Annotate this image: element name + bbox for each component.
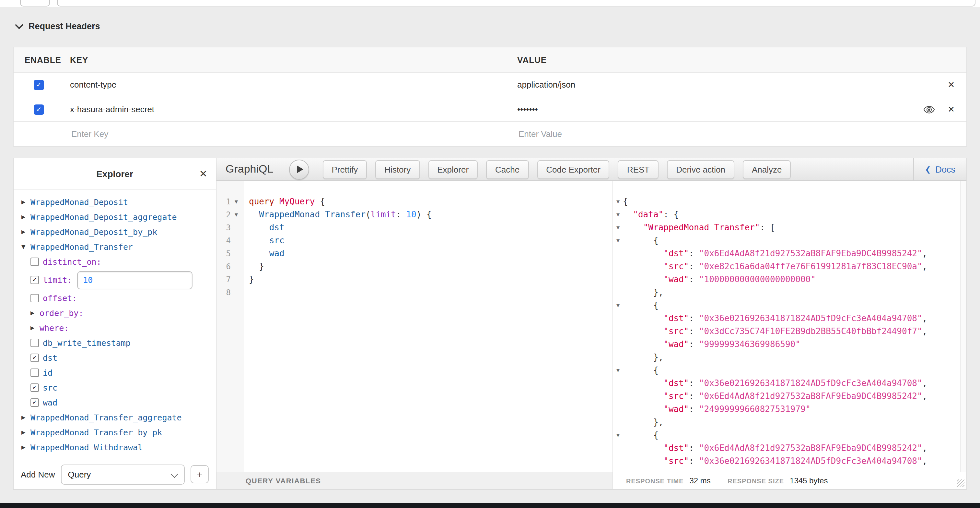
- header-value: application/json: [517, 80, 948, 89]
- code-token: [249, 249, 269, 258]
- response-code: { "data": { "WrappedMonad_Transfer": [ {…: [623, 181, 966, 472]
- remove-header-icon[interactable]: ✕: [948, 80, 955, 89]
- add-new-button[interactable]: +: [191, 465, 209, 483]
- query-editor[interactable]: 1▾2▾345678 query MyQuery { WrappedMonad_…: [216, 181, 612, 472]
- bottom-dark-bar: [0, 503, 980, 508]
- top-partial-input-small[interactable]: [20, 0, 50, 6]
- response-token: [623, 222, 643, 232]
- new-header-key-input[interactable]: [70, 128, 496, 139]
- triangle-right-icon[interactable]: ▶: [21, 415, 30, 420]
- tree-item-wrappedmonad-transfer-aggregate[interactable]: ▶WrappedMonad_Transfer_aggregate: [21, 410, 216, 425]
- tree-item-db-write-timestamp[interactable]: db_write_timestamp: [21, 335, 216, 350]
- execute-query-button[interactable]: [289, 159, 309, 179]
- close-icon[interactable]: ✕: [199, 168, 207, 179]
- line-number: 2: [216, 210, 231, 219]
- resize-grip[interactable]: [957, 479, 964, 487]
- tree-item-wrappedmonad-deposit-by-pk[interactable]: ▶WrappedMonad_Deposit_by_pk: [21, 224, 216, 240]
- explorer-add-new-bar: Add New Query +: [14, 459, 216, 489]
- fold-arrow-icon[interactable]: ▾: [613, 234, 623, 247]
- fold-spacer: [613, 312, 623, 325]
- field-checkbox[interactable]: ✓: [30, 398, 39, 407]
- response-line: {: [623, 299, 966, 312]
- triangle-right-icon[interactable]: ▶: [21, 199, 30, 205]
- triangle-right-icon[interactable]: ▶: [21, 430, 30, 435]
- response-line: "dst": "0x36e0216926341871824AD5fD9cFc3e…: [623, 312, 966, 325]
- tree-item-id[interactable]: id: [21, 365, 216, 380]
- fold-arrow-icon[interactable]: ▾: [613, 208, 623, 221]
- eye-icon[interactable]: [924, 105, 935, 113]
- tree-item-wrappedmonad-deposit[interactable]: ▶WrappedMonad_Deposit: [21, 195, 216, 209]
- fold-spacer: [613, 338, 623, 351]
- field-checkbox[interactable]: [30, 339, 39, 347]
- tree-item-src[interactable]: ✓src: [21, 380, 216, 395]
- tree-item-order-by[interactable]: ▶order_by:: [21, 305, 216, 321]
- fold-spacer: [613, 273, 623, 286]
- code-token: (: [366, 209, 371, 219]
- tree-item-wrappedmonad-transfer-by-pk[interactable]: ▶WrappedMonad_Transfer_by_pk: [21, 425, 216, 440]
- top-partial-input-wide[interactable]: [57, 0, 975, 6]
- toolbar-button-rest[interactable]: REST: [618, 160, 659, 179]
- tree-item-where[interactable]: ▶where:: [21, 321, 216, 335]
- tree-item-limit[interactable]: ✓limit:10: [21, 269, 216, 291]
- toolbar-button-code-exporter[interactable]: Code Exporter: [537, 160, 609, 179]
- tree-item-wrappedmonad-withdrawal[interactable]: ▶WrappedMonad_Withdrawal: [21, 440, 216, 455]
- response-token: :: [689, 326, 694, 336]
- fold-arrow-icon[interactable]: ▾: [613, 299, 623, 312]
- toolbar-button-cache[interactable]: Cache: [486, 160, 528, 179]
- tree-item-distinct-on[interactable]: distinct_on:: [21, 254, 216, 269]
- fold-arrow-icon[interactable]: ▾: [613, 364, 623, 377]
- field-checkbox[interactable]: [30, 369, 39, 377]
- fold-arrow-icon[interactable]: ▾: [613, 429, 623, 442]
- tree-item-offset[interactable]: offset:: [21, 291, 216, 305]
- chevron-left-icon: ❮: [925, 165, 931, 174]
- tree-item-label: WrappedMonad_Deposit_aggregate: [30, 212, 177, 222]
- triangle-right-icon[interactable]: ▶: [21, 214, 30, 220]
- response-scrollbar[interactable]: [960, 181, 966, 472]
- docs-toggle[interactable]: ❮ Docs: [913, 158, 966, 181]
- toolbar-button-prettify[interactable]: Prettify: [323, 160, 367, 179]
- field-checkbox[interactable]: ✓: [30, 383, 39, 392]
- response-line: },: [623, 286, 966, 299]
- triangle-right-icon[interactable]: ▶: [30, 310, 40, 316]
- response-token: "src": [663, 326, 689, 336]
- response-token: "0x36e0216926341871824AD5fD9cFc3eA404a94…: [699, 313, 922, 323]
- field-checkbox[interactable]: ✓: [30, 354, 39, 362]
- response-token: [623, 378, 663, 388]
- response-line: "src": "0xe82c16a6da04ff7e76F61991281a7f…: [623, 260, 966, 273]
- toolbar-button-derive-action[interactable]: Derive action: [667, 160, 734, 179]
- triangle-right-icon[interactable]: ▶: [21, 229, 30, 235]
- limit-value-input[interactable]: 10: [77, 271, 192, 289]
- fold-arrow-icon[interactable]: ▾: [613, 195, 623, 208]
- editor-code[interactable]: query MyQuery { WrappedMonad_Transfer(li…: [244, 181, 612, 472]
- triangle-right-icon[interactable]: ▶: [21, 444, 30, 450]
- tree-item-wrappedmonad-transfer[interactable]: ▼WrappedMonad_Transfer: [21, 240, 216, 254]
- explorer-header: Explorer ✕: [14, 158, 216, 189]
- fold-arrow-icon[interactable]: ▾: [613, 221, 623, 234]
- field-label: id: [43, 368, 52, 378]
- triangle-down-icon[interactable]: ▼: [21, 244, 30, 250]
- response-meta-bar: RESPONSE TIME 32 ms RESPONSE SIZE 1345 b…: [612, 472, 966, 489]
- new-header-value-input[interactable]: [517, 128, 937, 139]
- query-variables-bar[interactable]: QUERY VARIABLES: [216, 472, 612, 489]
- fold-arrow-icon[interactable]: ▾: [231, 211, 242, 218]
- toolbar-button-explorer[interactable]: Explorer: [428, 160, 478, 179]
- response-token: [694, 275, 699, 284]
- remove-header-icon[interactable]: ✕: [948, 104, 955, 114]
- argument-checkbox[interactable]: [30, 294, 39, 302]
- toolbar-button-analyze[interactable]: Analyze: [743, 160, 791, 179]
- toolbar-button-history[interactable]: History: [375, 160, 420, 179]
- response-token: [668, 209, 674, 219]
- tree-item-wad[interactable]: ✓wad: [21, 395, 216, 410]
- header-enable-checkbox[interactable]: ✓: [34, 80, 44, 90]
- header-enable-checkbox[interactable]: ✓: [34, 104, 44, 115]
- argument-checkbox[interactable]: [30, 257, 39, 266]
- add-new-select[interactable]: Query: [61, 464, 185, 484]
- tree-item-wrappedmonad-deposit-aggregate[interactable]: ▶WrappedMonad_Deposit_aggregate: [21, 209, 216, 224]
- response-token: [623, 339, 663, 349]
- fold-arrow-icon[interactable]: ▾: [231, 198, 242, 205]
- request-headers-toggle[interactable]: Request Headers: [16, 21, 100, 31]
- response-token: :: [689, 391, 694, 401]
- argument-checkbox[interactable]: ✓: [30, 276, 39, 284]
- tree-item-dst[interactable]: ✓dst: [21, 350, 216, 365]
- triangle-right-icon[interactable]: ▶: [30, 325, 40, 331]
